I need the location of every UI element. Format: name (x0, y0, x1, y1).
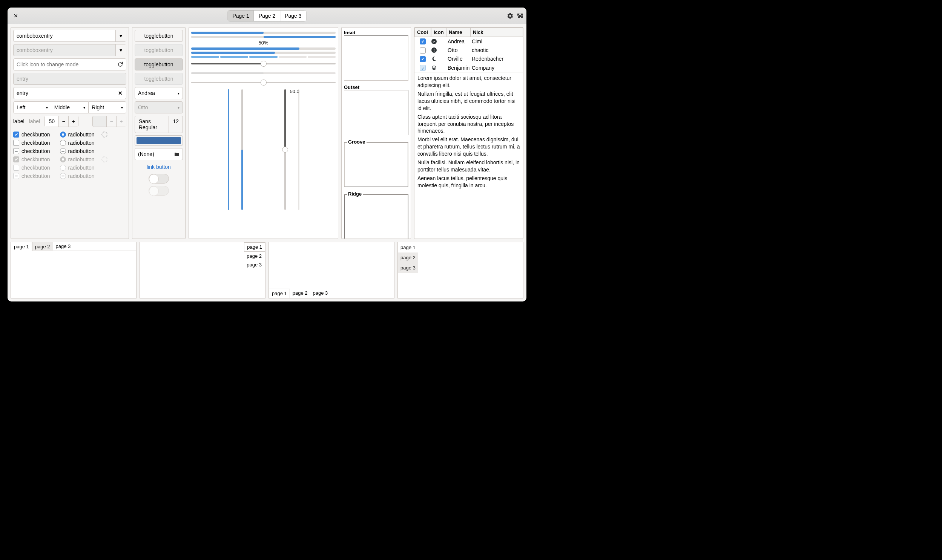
th-cool[interactable]: Cool (415, 28, 431, 37)
comboboxentry-1[interactable]: ▾ (13, 30, 126, 42)
color-button[interactable] (135, 135, 183, 146)
radio-unchecked[interactable] (60, 140, 66, 146)
radio-label: radiobutton (68, 140, 95, 146)
table-row[interactable]: Otto chaotic (415, 46, 523, 54)
radiobutton-column: radiobutton radiobutton radiobutton radi… (60, 132, 108, 179)
table-row[interactable]: Benjamin Company (415, 63, 523, 72)
frame-inset-label: Inset (344, 30, 409, 35)
togglebutton-1[interactable]: togglebutton (135, 30, 183, 42)
close-button[interactable]: ✕ (11, 11, 21, 21)
header-tab-page3[interactable]: Page 3 (280, 11, 306, 21)
row-nick: Cimi (470, 38, 523, 45)
table-row[interactable]: Orville Redenbacher (415, 55, 523, 63)
checkbox-checked[interactable]: ✔ (13, 132, 19, 138)
fullscreen-button[interactable] (517, 13, 523, 19)
night-icon (431, 56, 446, 62)
segmented-dropdowns: Left Middle Right (13, 102, 126, 114)
text-paragraph: Morbi vel elit erat. Maecenas dignissim,… (418, 136, 520, 157)
radio-inconsistent[interactable] (60, 148, 66, 154)
nb-tab-2[interactable]: page 2 (398, 252, 418, 263)
textview[interactable]: Lorem ipsum dolor sit amet, consectetur … (415, 72, 523, 238)
segment-right[interactable]: Right (88, 102, 126, 114)
column-entries: ▾ ▾ ✕ (11, 27, 129, 239)
font-button[interactable]: Sans Regular 12 (135, 116, 183, 133)
notebook-left-tabs: page 1 page 2 page 3 (398, 242, 523, 298)
spinbutton[interactable]: − + (45, 116, 79, 127)
nb-tab-1[interactable]: page 1 (11, 242, 32, 251)
scale-h-1[interactable] (191, 60, 336, 68)
vscale-3[interactable]: 50.0 (282, 89, 288, 210)
row-checkbox[interactable] (420, 56, 426, 62)
header-tab-page1[interactable]: Page 1 (228, 11, 254, 21)
row-checkbox[interactable] (420, 48, 426, 54)
radio-label: radiobutton (68, 165, 95, 171)
checkbox-label: checkbutton (22, 140, 50, 146)
segment-middle[interactable]: Middle (51, 102, 89, 114)
spin-minus[interactable]: − (59, 116, 68, 127)
folder-icon (174, 152, 179, 156)
spinbutton-disabled: − + (93, 116, 126, 127)
nb-tab-1[interactable]: page 1 (244, 242, 265, 252)
frame-groove: Groove (344, 142, 409, 187)
radio-checked[interactable] (60, 132, 66, 138)
row-nick: chaotic (470, 47, 523, 53)
nb-tab-3[interactable]: page 3 (244, 260, 265, 269)
th-name[interactable]: Name (446, 28, 470, 37)
treeview[interactable]: Cool Icon Name Nick Andrea Cimi (415, 28, 523, 72)
radio-unchecked-disabled (60, 165, 66, 171)
frame-outset-label: Outset (344, 85, 409, 90)
scale-h-2[interactable] (191, 79, 336, 86)
refresh-icon[interactable] (115, 62, 126, 68)
checkbox-unchecked[interactable] (13, 140, 19, 146)
spinbutton-input[interactable] (45, 116, 59, 127)
entry-with-clear[interactable]: ✕ (13, 87, 126, 99)
mode-entry-input[interactable] (14, 62, 115, 68)
table-row[interactable]: Andrea Cimi (415, 37, 523, 46)
mode-entry[interactable] (13, 58, 126, 71)
nb-tab-2[interactable]: page 2 (244, 252, 265, 260)
th-icon[interactable]: Icon (431, 28, 446, 37)
text-paragraph: Lorem ipsum dolor sit amet, consectetur … (418, 75, 520, 89)
radio-label: radiobutton (68, 156, 95, 162)
entry-disabled (13, 73, 126, 85)
notebook-row: page 1 page 2 page 3 page 1 page 2 page … (11, 242, 523, 298)
comboboxentry-1-input[interactable] (14, 30, 116, 42)
nb-tab-1[interactable]: page 1 (269, 289, 290, 298)
switch-off[interactable] (149, 174, 169, 183)
nb-tab-3[interactable]: page 3 (310, 289, 331, 298)
vscale-1[interactable] (225, 89, 232, 210)
nb-tab-3[interactable]: page 3 (398, 263, 418, 273)
segment-left[interactable]: Left (13, 102, 51, 114)
levelbar (191, 56, 336, 58)
checkbox-label: checkbutton (22, 165, 50, 171)
label-spin-row: label label − + − + (13, 116, 126, 127)
column-buttons: togglebutton togglebutton togglebutton t… (132, 27, 185, 239)
row-checkbox[interactable] (420, 65, 426, 71)
nb-tab-1[interactable]: page 1 (398, 242, 418, 252)
nb-tab-2[interactable]: page 2 (290, 289, 310, 298)
row-nick: Redenbacher (470, 56, 523, 62)
settings-button[interactable] (507, 12, 513, 19)
column-frames: Inset Outset Groove Ridge (341, 27, 411, 239)
row-name: Otto (446, 47, 470, 53)
svg-rect-2 (434, 49, 435, 51)
spinner-icon (102, 132, 108, 138)
header-tab-page2[interactable]: Page 2 (254, 11, 280, 21)
vertical-scales: 50.0 (191, 89, 336, 210)
togglebutton-active[interactable]: togglebutton (135, 58, 183, 71)
spin-plus[interactable]: + (68, 116, 78, 127)
chevron-down-icon[interactable]: ▾ (116, 30, 126, 42)
nb-tab-3[interactable]: page 3 (53, 242, 74, 251)
link-button[interactable]: link button (135, 162, 183, 171)
nb-tab-2[interactable]: page 2 (32, 242, 53, 251)
font-size: 12 (168, 116, 182, 133)
row-checkbox[interactable] (420, 38, 426, 45)
checkbox-inconsistent[interactable] (13, 148, 19, 154)
file-chooser-button[interactable]: (None) (135, 148, 183, 160)
clear-icon[interactable]: ✕ (115, 90, 126, 96)
th-nick[interactable]: Nick (470, 28, 523, 37)
frame-inset (344, 35, 409, 81)
entry-clear-input[interactable] (14, 90, 115, 96)
vscale-2[interactable] (239, 89, 245, 210)
combo-andrea[interactable]: Andrea (135, 87, 183, 99)
